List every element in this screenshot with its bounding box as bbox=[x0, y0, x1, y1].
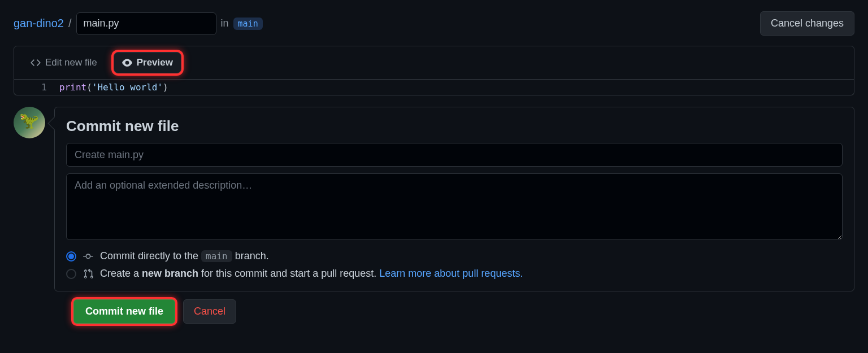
code-line: print('Hello world') bbox=[59, 82, 168, 93]
radio1-pre: Commit directly to the bbox=[100, 250, 198, 262]
tab-edit-label: Edit new file bbox=[45, 57, 97, 68]
avatar[interactable] bbox=[14, 107, 45, 138]
code-token-paren: ) bbox=[163, 82, 168, 93]
tab-preview[interactable]: Preview bbox=[114, 52, 181, 73]
line-number: 1 bbox=[14, 82, 59, 93]
learn-more-link[interactable]: Learn more about pull requests. bbox=[379, 268, 523, 279]
in-label: in bbox=[221, 18, 229, 29]
tabs-bar: Edit new file Preview bbox=[14, 46, 854, 80]
radio2-pre: Create a bbox=[100, 268, 139, 279]
commit-options: Commit directly to the main branch. Crea… bbox=[66, 250, 843, 280]
radio2-bold: new branch bbox=[142, 268, 198, 279]
cancel-changes-button[interactable]: Cancel changes bbox=[760, 11, 854, 36]
code-icon bbox=[31, 58, 41, 68]
eye-icon bbox=[122, 58, 132, 68]
inline-branch-badge: main bbox=[201, 250, 232, 262]
tab-edit-file[interactable]: Edit new file bbox=[22, 52, 106, 73]
commit-summary-input[interactable] bbox=[66, 143, 843, 167]
filename-input[interactable] bbox=[76, 12, 216, 35]
radio-dot-checked[interactable] bbox=[66, 251, 76, 262]
repo-link[interactable]: gan-dino2 bbox=[14, 17, 64, 30]
breadcrumb-separator: / bbox=[68, 17, 72, 30]
radio-direct-text: Commit directly to the main branch. bbox=[100, 250, 269, 262]
radio-new-branch[interactable]: Create a new branch for this commit and … bbox=[66, 268, 843, 280]
commit-description-textarea[interactable] bbox=[66, 173, 843, 240]
commit-title: Commit new file bbox=[66, 117, 843, 135]
code-token-string: 'Hello world' bbox=[92, 82, 163, 93]
radio-newbranch-text: Create a new branch for this commit and … bbox=[100, 268, 523, 280]
cancel-button[interactable]: Cancel bbox=[183, 299, 236, 324]
breadcrumb: gan-dino2 / in main bbox=[14, 12, 263, 35]
radio2-mid: for this commit and start a pull request… bbox=[201, 268, 376, 279]
radio1-post: branch. bbox=[235, 250, 269, 262]
git-commit-icon bbox=[83, 251, 93, 262]
git-pull-request-icon bbox=[83, 269, 93, 279]
radio-dot-unchecked[interactable] bbox=[66, 269, 76, 279]
action-row: Commit new file Cancel bbox=[73, 299, 854, 324]
branch-badge: main bbox=[233, 18, 263, 30]
code-token-paren: ( bbox=[86, 82, 92, 93]
commit-region: Commit new file Commit directly to the m… bbox=[14, 107, 854, 291]
commit-new-file-button[interactable]: Commit new file bbox=[73, 299, 175, 324]
tab-preview-label: Preview bbox=[137, 57, 173, 68]
code-token-func: print bbox=[59, 82, 86, 93]
commit-box: Commit new file Commit directly to the m… bbox=[54, 107, 854, 291]
header-row: gan-dino2 / in main Cancel changes bbox=[14, 11, 854, 36]
radio-commit-direct[interactable]: Commit directly to the main branch. bbox=[66, 250, 843, 262]
code-editor[interactable]: 1 print('Hello world') bbox=[14, 80, 854, 95]
